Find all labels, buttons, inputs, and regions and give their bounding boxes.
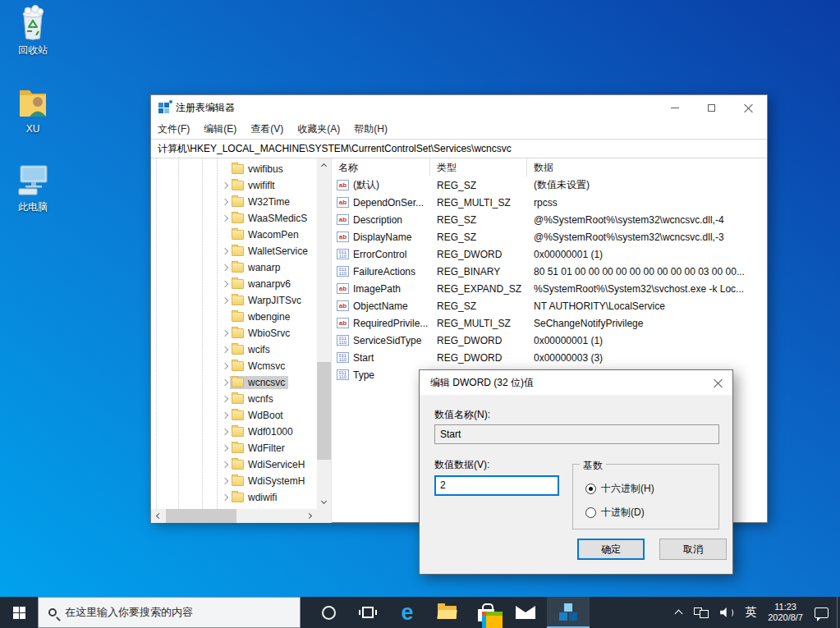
registry-value-row[interactable]: DisplayName REG_SZ @%SystemRoot%\system3…	[332, 228, 767, 245]
tree-item[interactable]: WdFilter	[151, 440, 317, 456]
menu-item[interactable]: 查看(V)	[250, 122, 283, 136]
clock[interactable]: 11:23 2020/8/7	[768, 602, 803, 623]
tree-item[interactable]: wbengine	[151, 309, 317, 325]
expand-chevron-icon[interactable]	[220, 296, 230, 305]
tree-item[interactable]: WdBoot	[151, 407, 317, 424]
expand-chevron-icon[interactable]	[220, 197, 230, 207]
tree-item-label: W32Time	[248, 196, 290, 208]
expand-chevron-icon[interactable]	[220, 378, 230, 387]
registry-value-row[interactable]: DependOnSer... REG_MULTI_SZ rpcss	[332, 194, 767, 211]
ok-button[interactable]: 确定	[577, 539, 645, 560]
menu-item[interactable]: 收藏夹(A)	[297, 122, 340, 136]
cortana-button[interactable]	[312, 597, 345, 628]
tray-overflow-chevron-icon[interactable]	[676, 609, 682, 616]
tree-item[interactable]: WdiSystemH	[151, 473, 317, 489]
expand-chevron-icon[interactable]	[220, 361, 230, 371]
tree-item[interactable]: WdiServiceH	[151, 456, 317, 473]
tree-item[interactable]: WbioSrvc	[151, 325, 317, 342]
desktop-icon-recycle-bin[interactable]: 回收站	[6, 4, 60, 57]
column-header-type[interactable]: 类型	[430, 158, 527, 176]
registry-value-row[interactable]: (默认) REG_SZ (数值未设置)	[332, 176, 767, 194]
tree-item[interactable]: vwifibus	[151, 161, 317, 177]
task-view-button[interactable]	[351, 597, 384, 628]
registry-value-row[interactable]: ImagePath REG_EXPAND_SZ %SystemRoot%\Sys…	[332, 280, 767, 297]
expand-chevron-icon[interactable]	[220, 213, 230, 223]
mail-button[interactable]	[509, 597, 542, 628]
scroll-thumb[interactable]	[317, 362, 331, 461]
scroll-left-arrow[interactable]	[151, 509, 165, 523]
close-icon	[744, 103, 753, 112]
expand-chevron-icon[interactable]	[220, 279, 230, 289]
tree-item[interactable]: wcifs	[151, 342, 317, 358]
scroll-thumb[interactable]	[166, 509, 236, 523]
registry-value-row[interactable]: RequiredPrivile... REG_MULTI_SZ SeChange…	[332, 314, 767, 332]
tree-item[interactable]: Wdf01000	[151, 424, 317, 440]
scroll-down-arrow[interactable]	[317, 495, 331, 509]
column-header-data[interactable]: 数据	[527, 158, 767, 176]
tree-item[interactable]: WacomPen	[151, 227, 317, 243]
radio-option[interactable]: 十六进制(H)	[585, 482, 654, 496]
expand-chevron-icon[interactable]	[220, 410, 230, 420]
tree-item[interactable]: Wcmsvc	[151, 358, 317, 374]
store-button[interactable]	[470, 597, 503, 628]
expand-chevron-icon[interactable]	[220, 493, 230, 502]
menu-item[interactable]: 帮助(H)	[354, 122, 388, 136]
registry-value-row[interactable]: ErrorControl REG_DWORD 0x00000001 (1)	[332, 245, 767, 263]
expand-chevron-icon[interactable]	[220, 460, 230, 470]
radio-button-icon[interactable]	[585, 507, 596, 518]
expand-chevron-icon[interactable]	[220, 443, 230, 453]
action-center-icon[interactable]	[815, 607, 829, 618]
start-button[interactable]	[0, 597, 38, 628]
expand-chevron-icon[interactable]	[220, 246, 230, 256]
desktop-icon-user-folder[interactable]: XU	[6, 84, 60, 135]
expand-chevron-icon[interactable]	[220, 345, 230, 355]
expand-chevron-icon[interactable]	[220, 394, 230, 404]
ime-indicator[interactable]: 英	[745, 605, 756, 620]
expand-chevron-icon[interactable]	[220, 476, 230, 486]
maximize-button[interactable]	[693, 95, 730, 120]
registry-value-row[interactable]: Description REG_SZ @%SystemRoot%\system3…	[332, 211, 767, 228]
tree-item[interactable]: WalletService	[151, 243, 317, 259]
network-icon[interactable]	[694, 607, 709, 618]
expand-chevron-icon[interactable]	[220, 427, 230, 437]
value-name-field[interactable]: Start	[434, 424, 719, 444]
value-data-input[interactable]: 2	[434, 475, 559, 496]
tree-item[interactable]: WarpJITSvc	[151, 292, 317, 309]
scroll-right-arrow[interactable]	[303, 509, 317, 523]
tree-vertical-scrollbar[interactable]	[317, 158, 331, 509]
tree-item[interactable]: wanarp	[151, 259, 317, 276]
volume-icon[interactable]	[720, 607, 733, 617]
show-desktop-button[interactable]	[837, 597, 840, 628]
registry-value-row[interactable]: ObjectName REG_SZ NT AUTHORITY\LocalServ…	[332, 297, 767, 314]
tree-item[interactable]: W32Time	[151, 194, 317, 210]
tree-item[interactable]: wdiwifi	[151, 489, 317, 506]
menu-item[interactable]: 编辑(E)	[204, 122, 236, 136]
dialog-close-icon[interactable]	[714, 378, 723, 387]
tree-item[interactable]: wanarpv6	[151, 276, 317, 292]
tree-item[interactable]: wcnfs	[151, 391, 317, 407]
cancel-button[interactable]: 取消	[659, 539, 727, 560]
registry-value-row[interactable]: FailureActions REG_BINARY 80 51 01 00 00…	[332, 263, 767, 280]
tree-item[interactable]: wcncsvc	[151, 374, 317, 391]
registry-value-row[interactable]: Start REG_DWORD 0x00000003 (3)	[332, 349, 767, 366]
file-explorer-button[interactable]	[430, 597, 463, 628]
radio-button-icon[interactable]	[585, 484, 596, 494]
column-header-name[interactable]: 名称	[332, 158, 430, 176]
address-bar[interactable]: 计算机\HKEY_LOCAL_MACHINE\SYSTEM\CurrentCon…	[151, 139, 767, 158]
expand-chevron-icon[interactable]	[220, 181, 230, 190]
scroll-up-arrow[interactable]	[317, 158, 331, 172]
expand-chevron-icon[interactable]	[220, 263, 230, 273]
tree-item[interactable]: vwififlt	[151, 177, 317, 194]
tree-item[interactable]: WaaSMedicS	[151, 210, 317, 227]
taskbar-search-input[interactable]: 在这里输入你要搜索的内容	[38, 597, 301, 628]
registry-value-row[interactable]: ServiceSidType REG_DWORD 0x00000001 (1)	[332, 332, 767, 349]
edge-button[interactable]: e	[391, 597, 424, 628]
radio-option[interactable]: 十进制(D)	[585, 506, 645, 520]
menu-item[interactable]: 文件(F)	[158, 122, 190, 136]
minimize-button[interactable]	[656, 95, 693, 120]
tree-horizontal-scrollbar[interactable]	[151, 509, 317, 523]
expand-chevron-icon[interactable]	[220, 328, 230, 338]
desktop-icon-this-pc[interactable]: 此电脑	[6, 161, 60, 214]
close-button[interactable]	[730, 95, 767, 120]
regedit-taskbar-button[interactable]	[547, 597, 590, 628]
